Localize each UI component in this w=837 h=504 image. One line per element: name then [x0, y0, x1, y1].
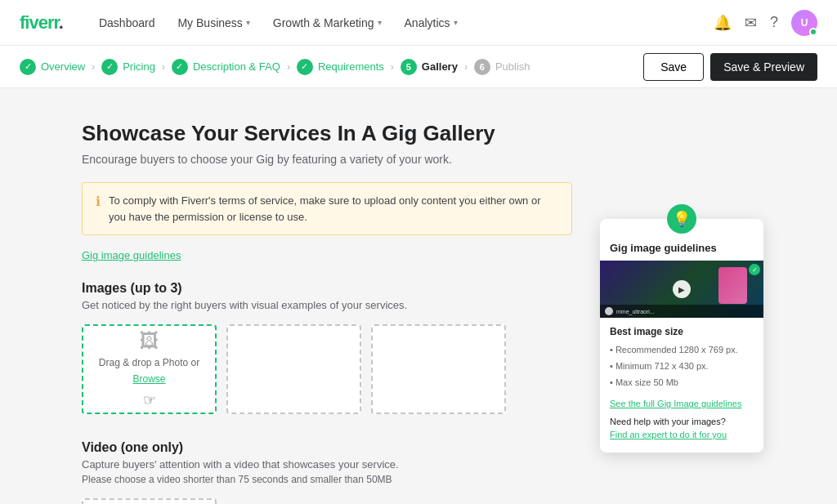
find-expert-link[interactable]: Find an expert to do it for you [610, 430, 754, 439]
save-preview-button[interactable]: Save & Preview [710, 53, 817, 81]
tooltip-body: Best image size Recommended 1280 x 769 p… [600, 326, 763, 439]
step-publish[interactable]: 6 Publish [474, 59, 530, 75]
size-list: Recommended 1280 x 769 px. Minimum 712 x… [610, 342, 754, 390]
chevron-down-icon: ▾ [454, 18, 458, 27]
help-icon[interactable]: ? [770, 14, 778, 31]
images-section: Images (up to 3) Get noticed by the righ… [82, 281, 572, 414]
step-arrow: › [464, 61, 468, 73]
fiverr-logo[interactable]: fiverr. [20, 12, 63, 33]
check-badge: ✓ [749, 264, 760, 275]
nav-analytics[interactable]: Analytics ▾ [395, 10, 468, 36]
chevron-down-icon: ▾ [246, 18, 250, 27]
nav-my-business[interactable]: My Business ▾ [168, 10, 259, 36]
size-item-3: Max size 50 Mb [610, 375, 754, 391]
chevron-down-icon: ▾ [378, 18, 382, 27]
video-section-title: Video (one only) [82, 440, 572, 455]
best-size-label: Best image size [610, 326, 754, 337]
step-pricing[interactable]: ✓ Pricing [101, 59, 155, 75]
tooltip-help-text: Need help with your images? [610, 417, 754, 426]
step-arrow: › [92, 61, 95, 73]
size-item-1: Recommended 1280 x 769 px. [610, 342, 754, 359]
step-check-requirements: ✓ [297, 59, 313, 75]
video-upload-box[interactable]: ✿ Drag & drop a Video or [82, 498, 217, 504]
step-arrow: › [391, 61, 394, 73]
step-gallery[interactable]: 5 Gallery [401, 59, 458, 75]
step-overview[interactable]: ✓ Overview [20, 59, 85, 75]
full-guide-link[interactable]: See the full Gig Image guidelines [610, 399, 754, 408]
steps-actions: Save Save & Preview [643, 53, 817, 81]
avatar-online-dot [809, 28, 817, 36]
thumbnail-avatar [605, 307, 613, 315]
steps-list: ✓ Overview › ✓ Pricing › ✓ Description &… [20, 59, 643, 75]
nav-right: 🔔 ✉ ? U [714, 10, 817, 36]
mail-icon[interactable]: ✉ [745, 14, 757, 32]
gig-guidelines-link[interactable]: Gig image guidelines [82, 249, 181, 261]
step-arrow: › [287, 61, 290, 73]
thumbnail-username: mme_ultraori... [616, 309, 655, 314]
gig-image-tooltip: 💡 Gig image guidelines ▶ ✓ mme_ultraori.… [600, 219, 763, 453]
info-text: To comply with Fiverr's terms of service… [109, 193, 558, 225]
image-upload-row: 🖼 Drag & drop a Photo or Browse ☞ [82, 324, 572, 414]
play-icon: ▶ [673, 280, 691, 298]
upload-drag-text-1: Drag & drop a Photo or [99, 357, 199, 368]
save-button[interactable]: Save [643, 53, 704, 81]
image-icon: 🖼 [140, 329, 159, 352]
step-check-description: ✓ [172, 59, 188, 75]
thumbnail-decoration [718, 267, 747, 304]
video-section-subtitle: Capture buyers' attention with a video t… [82, 458, 572, 471]
nav-dashboard[interactable]: Dashboard [89, 10, 165, 36]
step-num-gallery: 5 [401, 59, 417, 75]
cursor-icon: ☞ [143, 391, 156, 409]
steps-bar: ✓ Overview › ✓ Pricing › ✓ Description &… [0, 46, 837, 88]
tooltip-container: 💡 Gig image guidelines ▶ ✓ mme_ultraori.… [592, 194, 763, 504]
video-section-note: Please choose a video shorter than 75 se… [82, 474, 572, 485]
video-section: Video (one only) Capture buyers' attenti… [82, 440, 572, 504]
nav-growth-marketing[interactable]: Growth & Marketing ▾ [263, 10, 392, 36]
bulb-icon: 💡 [667, 204, 696, 234]
image-upload-box-3[interactable] [371, 324, 506, 414]
image-upload-box-2[interactable] [226, 324, 361, 414]
step-check-pricing: ✓ [101, 59, 118, 75]
nav-links: Dashboard My Business ▾ Growth & Marketi… [89, 10, 714, 36]
tooltip-thumbnail: ▶ ✓ mme_ultraori... [600, 261, 763, 318]
content-area: Showcase Your Services In A Gig Gallery … [82, 121, 572, 504]
navbar: fiverr. Dashboard My Business ▾ Growth &… [0, 0, 837, 46]
info-icon: ℹ [96, 194, 101, 209]
page-title: Showcase Your Services In A Gig Gallery [82, 121, 572, 146]
avatar[interactable]: U [791, 10, 817, 36]
images-section-subtitle: Get noticed by the right buyers with vis… [82, 299, 572, 311]
step-arrow: › [162, 61, 165, 73]
step-check-overview: ✓ [20, 59, 36, 75]
step-num-publish: 6 [474, 59, 490, 75]
step-requirements[interactable]: ✓ Requirements [297, 59, 384, 75]
size-item-2: Minimum 712 x 430 px. [610, 359, 754, 375]
main-content: Showcase Your Services In A Gig Gallery … [0, 88, 837, 504]
thumbnail-bar: mme_ultraori... [600, 305, 763, 318]
page-subtitle: Encourage buyers to choose your Gig by f… [82, 153, 572, 166]
step-description[interactable]: ✓ Description & FAQ [172, 59, 280, 75]
browse-link-1[interactable]: Browse [132, 373, 165, 385]
image-upload-box-1[interactable]: 🖼 Drag & drop a Photo or Browse ☞ [82, 324, 217, 414]
images-section-title: Images (up to 3) [82, 281, 572, 296]
info-box: ℹ To comply with Fiverr's terms of servi… [82, 182, 572, 235]
bell-icon[interactable]: 🔔 [714, 14, 732, 32]
